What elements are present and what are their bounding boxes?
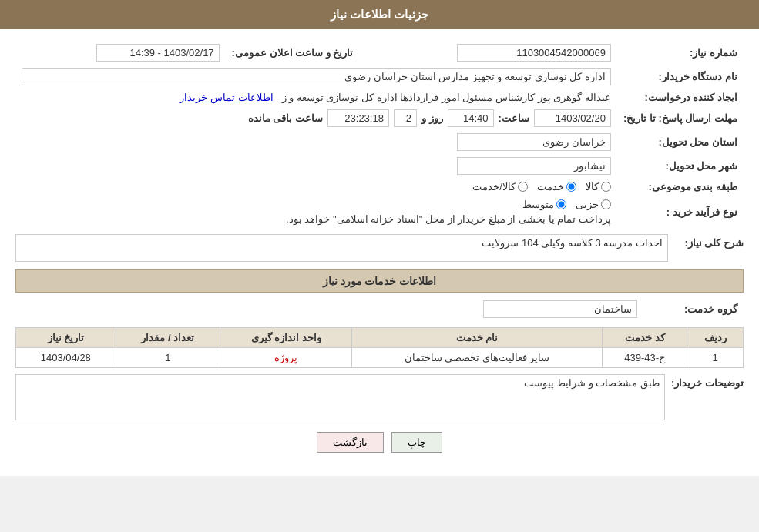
deadline-remaining: 23:23:18 [327, 109, 389, 127]
service-group-table: گروه خدمت: ساختمان [15, 297, 744, 321]
page-wrapper: جزئیات اطلاعات نیاز شماره نیاز: 11030045… [0, 0, 759, 476]
province-value: خراسان رضوی [457, 133, 611, 151]
content-area: شماره نیاز: 1103004542000069 تاریخ و ساع… [0, 29, 759, 476]
deadline-time-label: ساعت: [499, 112, 529, 124]
row-deadline: مهلت ارسال پاسخ: تا تاریخ: 1403/02/20 سا… [15, 106, 744, 130]
category-label-both: کالا/خدمت [472, 181, 516, 192]
cell-row: 1 [687, 348, 744, 368]
creator-link[interactable]: اطلاعات تماس خریدار [180, 92, 273, 103]
table-row: 1 ج-43-439 سایر فعالیت‌های تخصصی ساختمان… [16, 348, 744, 368]
need-number-label: شماره نیاز: [617, 41, 744, 65]
buyer-desc-label: توضیحات خریدار: [671, 374, 744, 389]
deadline-time-row: 1403/02/20 ساعت: 14:40 روز و 2 23:23:18 … [22, 109, 611, 127]
province-label: استان محل تحویل: [617, 130, 744, 154]
category-option-both: کالا/خدمت [472, 181, 528, 192]
page-title: جزئیات اطلاعات نیاز [331, 8, 428, 21]
category-option-khedmat: خدمت [537, 181, 576, 192]
service-group-label: گروه خدمت: [643, 297, 744, 321]
category-radio-kala[interactable] [601, 182, 611, 192]
col-count: تعداد / مقدار [116, 328, 220, 348]
deadline-time: 14:40 [448, 109, 494, 127]
process-radio-group: جزیی متوسط [22, 199, 611, 210]
buyer-value: اداره کل نوسازی توسعه و تجهیز مدارس استا… [22, 68, 611, 85]
process-radio-jozi[interactable] [601, 199, 611, 209]
city-label: شهر محل تحویل: [617, 154, 744, 178]
row-city: شهر محل تحویل: نیشابور [15, 154, 744, 178]
page-header: جزئیات اطلاعات نیاز [0, 0, 759, 29]
row-process: نوع فرآیند خرید : جزیی متوسط پرداخت تمام… [15, 196, 744, 228]
row-creator: ایجاد کننده درخواست: عبداله گوهری پور کا… [15, 89, 744, 106]
row-province: استان محل تحویل: خراسان رضوی [15, 130, 744, 154]
services-header-row: ردیف کد خدمت نام خدمت واحد اندازه گیری ت… [16, 328, 744, 348]
main-info-table: شماره نیاز: 1103004542000069 تاریخ و ساع… [15, 41, 744, 228]
deadline-label: مهلت ارسال پاسخ: تا تاریخ: [617, 106, 744, 130]
print-button[interactable]: چاپ [391, 432, 442, 453]
process-label-jozi: جزیی [576, 199, 599, 210]
col-code: کد خدمت [603, 328, 687, 348]
process-label: نوع فرآیند خرید : [617, 196, 744, 228]
col-date: تاریخ نیاز [16, 328, 116, 348]
process-option-jozi: جزیی [576, 199, 611, 210]
cell-count: 1 [116, 348, 220, 368]
buyer-label: نام دستگاه خریدار: [617, 65, 744, 89]
col-row: ردیف [687, 328, 744, 348]
category-radio-group: کالا خدمت کالا/خدمت [22, 181, 611, 192]
service-group-value: ساختمان [483, 300, 637, 318]
category-radio-khedmat[interactable] [566, 182, 576, 192]
announce-value: 1403/02/17 - 14:39 [96, 44, 220, 62]
buyer-desc-value: طبق مشخصات و شرایط پیوست [15, 374, 665, 420]
buyer-desc-row: توضیحات خریدار: طبق مشخصات و شرایط پیوست [15, 374, 744, 420]
category-label-kala: کالا [586, 181, 599, 192]
description-label: شرح کلی نیاز: [674, 234, 744, 249]
col-unit: واحد اندازه گیری [220, 328, 352, 348]
row-need-number: شماره نیاز: 1103004542000069 تاریخ و ساع… [15, 41, 744, 65]
row-category: طبقه بندی موضوعی: کالا خدمت [15, 178, 744, 196]
process-option-motavasset: متوسط [522, 199, 566, 210]
cell-name: سایر فعالیت‌های تخصصی ساختمان [352, 348, 603, 368]
description-row: شرح کلی نیاز: احداث مدرسه 3 کلاسه وکیلی … [15, 234, 744, 262]
row-service-group: گروه خدمت: ساختمان [15, 297, 744, 321]
row-buyer: نام دستگاه خریدار: اداره کل نوسازی توسعه… [15, 65, 744, 89]
creator-label: ایجاد کننده درخواست: [617, 89, 744, 106]
cell-code: ج-43-439 [603, 348, 687, 368]
services-table: ردیف کد خدمت نام خدمت واحد اندازه گیری ت… [15, 327, 744, 368]
services-section-title: اطلاعات خدمات مورد نیاز [15, 269, 744, 293]
deadline-days: 2 [394, 109, 417, 127]
cell-date: 1403/04/28 [16, 348, 116, 368]
need-number-value: 1103004542000069 [457, 44, 611, 62]
process-radio-motavasset[interactable] [556, 199, 566, 209]
category-label-khedmat: خدمت [537, 181, 564, 192]
deadline-date: 1403/02/20 [534, 109, 611, 127]
services-table-body: 1 ج-43-439 سایر فعالیت‌های تخصصی ساختمان… [16, 348, 744, 368]
process-label-motavasset: متوسط [522, 199, 554, 210]
button-row: چاپ بازگشت [15, 432, 744, 453]
description-value: احداث مدرسه 3 کلاسه وکیلی 104 سرولایت [15, 234, 668, 262]
category-option-kala: کالا [586, 181, 611, 192]
city-value: نیشابور [457, 157, 611, 175]
process-note: پرداخت تمام یا بخشی از مبلغ خریدار از مح… [22, 213, 611, 225]
category-label: طبقه بندی موضوعی: [617, 178, 744, 196]
announce-label: تاریخ و ساعت اعلان عمومی: [226, 41, 360, 65]
back-button[interactable]: بازگشت [317, 432, 384, 453]
services-table-header: ردیف کد خدمت نام خدمت واحد اندازه گیری ت… [16, 328, 744, 348]
col-name: نام خدمت [352, 328, 603, 348]
creator-value: عبداله گوهری پور کارشناس مسئول امور قرار… [282, 92, 611, 103]
cell-unit: پروژه [220, 348, 352, 368]
category-radio-both[interactable] [518, 182, 528, 192]
deadline-remaining-label: ساعت باقی مانده [248, 112, 323, 124]
deadline-days-label: روز و [421, 112, 443, 124]
